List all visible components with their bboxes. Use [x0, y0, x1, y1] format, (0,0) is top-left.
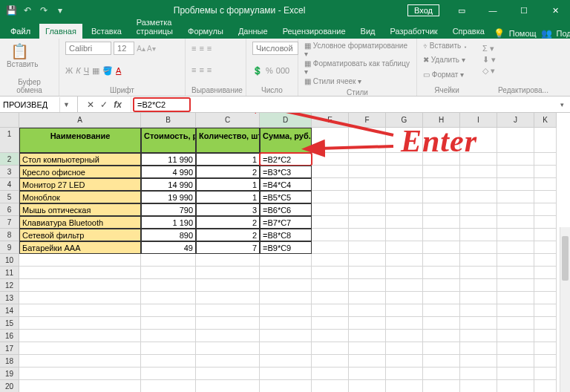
cell-H[interactable] — [423, 304, 460, 317]
cell-H[interactable] — [423, 203, 460, 216]
cell-G[interactable] — [386, 330, 423, 342]
cell-E[interactable] — [312, 128, 349, 153]
cell-B[interactable] — [141, 355, 196, 368]
col-header-G[interactable]: G — [386, 113, 423, 128]
cell-B[interactable] — [141, 342, 196, 355]
cell-K[interactable] — [534, 241, 557, 254]
cell-A[interactable] — [19, 380, 141, 392]
cell-D[interactable] — [260, 317, 312, 330]
row-header-20[interactable]: 20 — [0, 380, 19, 392]
cell-B[interactable] — [141, 380, 196, 392]
border-icon[interactable]: ▦ — [92, 66, 99, 76]
cell-I[interactable] — [460, 241, 497, 254]
cell-E[interactable] — [312, 342, 349, 355]
cell-H[interactable] — [423, 254, 460, 267]
row-header-6[interactable]: 6 — [0, 203, 19, 216]
cell-A[interactable] — [19, 317, 141, 330]
name-box[interactable]: ▼ — [0, 97, 78, 112]
cell-A[interactable]: Наименование — [19, 128, 141, 153]
tab-Справка[interactable]: Справка — [447, 24, 491, 39]
cell-C[interactable] — [196, 279, 260, 292]
row-header-15[interactable]: 15 — [0, 317, 19, 330]
cell-C[interactable] — [196, 355, 260, 368]
row-header-11[interactable]: 11 — [0, 267, 19, 279]
cell-D[interactable]: =B2*C2 — [260, 153, 312, 166]
cell-E[interactable] — [312, 380, 349, 392]
cell-F[interactable] — [349, 178, 386, 191]
cell-A[interactable]: Кресло офисное — [19, 166, 141, 178]
italic-icon[interactable]: К — [76, 66, 80, 76]
save-icon[interactable]: 💾 — [6, 5, 16, 16]
cell-I[interactable] — [460, 292, 497, 304]
cell-K[interactable] — [534, 380, 557, 392]
cell-K[interactable] — [534, 330, 557, 342]
col-header-H[interactable]: H — [423, 113, 460, 128]
cell-A[interactable] — [19, 267, 141, 279]
cell-A[interactable] — [19, 355, 141, 368]
row-header-18[interactable]: 18 — [0, 355, 19, 368]
cell-E[interactable] — [312, 330, 349, 342]
cell-K[interactable] — [534, 254, 557, 267]
cell-F[interactable] — [349, 292, 386, 304]
share-label[interactable]: Поделиться — [557, 29, 570, 38]
cell-E[interactable] — [312, 241, 349, 254]
row-header-5[interactable]: 5 — [0, 191, 19, 203]
format-cells-button[interactable]: ▭ Формат ▾ — [423, 71, 471, 79]
cell-J[interactable] — [497, 191, 534, 203]
cell-C[interactable] — [196, 330, 260, 342]
cell-B[interactable]: 11 990 — [141, 153, 196, 166]
enter-formula-icon[interactable]: ✓ — [100, 99, 108, 110]
cell-C[interactable]: 2 — [196, 216, 260, 229]
cell-G[interactable] — [386, 166, 423, 178]
cell-H[interactable] — [423, 153, 460, 166]
formula-bar-expand-icon[interactable]: ▾ — [555, 101, 569, 108]
cell-F[interactable] — [349, 254, 386, 267]
ribbon-options-icon[interactable]: ▭ — [447, 0, 476, 21]
cell-K[interactable] — [534, 191, 557, 203]
cell-D[interactable]: =B9*C9 — [260, 241, 312, 254]
login-button[interactable]: Вход — [407, 4, 439, 16]
row-header-16[interactable]: 16 — [0, 330, 19, 342]
cell-I[interactable] — [460, 191, 497, 203]
cell-A[interactable]: Мышь оптическая — [19, 203, 141, 216]
cell-A[interactable] — [19, 342, 141, 355]
formula-input[interactable] — [133, 97, 191, 112]
cell-G[interactable] — [386, 317, 423, 330]
cell-C[interactable]: 1 — [196, 178, 260, 191]
align-right-icon[interactable]: ≡ — [207, 65, 212, 74]
cell-I[interactable] — [460, 153, 497, 166]
cell-E[interactable] — [312, 203, 349, 216]
cell-B[interactable] — [141, 330, 196, 342]
cell-B[interactable]: 1 190 — [141, 216, 196, 229]
currency-icon[interactable]: 💲 — [252, 66, 263, 76]
tab-Разметка страницы[interactable]: Разметка страницы — [131, 15, 179, 39]
row-header-12[interactable]: 12 — [0, 279, 19, 292]
row-header-2[interactable]: 2 — [0, 153, 19, 166]
cell-J[interactable] — [497, 292, 534, 304]
cell-A[interactable] — [19, 279, 141, 292]
cell-D[interactable]: =B7*C7 — [260, 216, 312, 229]
cell-I[interactable] — [460, 229, 497, 241]
cell-I[interactable] — [460, 355, 497, 368]
cell-J[interactable] — [497, 241, 534, 254]
cell-J[interactable] — [497, 355, 534, 368]
cell-I[interactable] — [460, 330, 497, 342]
cell-F[interactable] — [349, 342, 386, 355]
align-mid-icon[interactable]: ≡ — [199, 44, 203, 53]
cell-E[interactable] — [312, 304, 349, 317]
cell-C[interactable] — [196, 342, 260, 355]
cell-G[interactable] — [386, 355, 423, 368]
cell-D[interactable] — [260, 279, 312, 292]
cell-D[interactable] — [260, 380, 312, 392]
cell-D[interactable] — [260, 330, 312, 342]
cell-H[interactable] — [423, 241, 460, 254]
cell-H[interactable] — [423, 292, 460, 304]
cell-F[interactable] — [349, 304, 386, 317]
cell-D[interactable] — [260, 342, 312, 355]
cell-A[interactable]: Стол компьютерный — [19, 153, 141, 166]
cell-D[interactable] — [260, 355, 312, 368]
cell-F[interactable] — [349, 241, 386, 254]
cell-J[interactable] — [497, 216, 534, 229]
conditional-format-button[interactable]: ▦ Условное форматирование ▾ — [304, 42, 410, 58]
font-size-combo[interactable]: 12 — [114, 42, 134, 55]
